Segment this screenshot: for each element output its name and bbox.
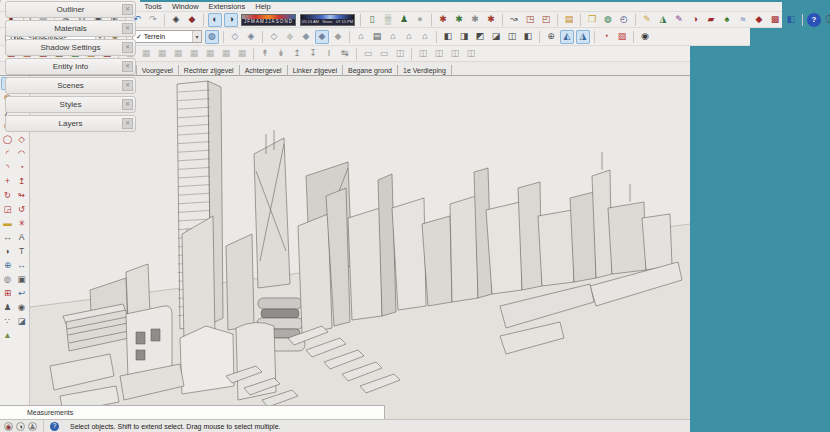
menu-help[interactable]: Help <box>250 2 275 11</box>
brush-icon[interactable]: ✎ <box>672 13 686 27</box>
zoom-extents-tool[interactable]: ⊞ <box>1 287 14 300</box>
menu-window[interactable]: Window <box>167 2 204 11</box>
align-tool-icon-6[interactable]: ↹ <box>338 47 352 61</box>
component-tool-icon-2[interactable]: ◨ <box>457 30 471 44</box>
sandbox-from-contours-tool[interactable]: ▲ <box>1 329 14 342</box>
folder-icon[interactable]: ❒ <box>585 13 599 27</box>
warehouse-icon-1[interactable]: ◫ <box>416 47 430 61</box>
panel-scenes[interactable]: Scenes✕ <box>5 77 136 94</box>
pie-tool[interactable]: ◔ <box>15 161 28 174</box>
zoom-tool[interactable]: ◎ <box>1 273 14 286</box>
solid-tool-icon-1[interactable]: ▭ <box>361 47 375 61</box>
component-tool-icon-5[interactable]: ◫ <box>505 30 519 44</box>
grid-tool-icon-3[interactable]: ▦ <box>155 47 169 61</box>
axes-tool[interactable]: ✳ <box>15 217 28 230</box>
align-tool-icon-4[interactable]: ↧ <box>306 47 320 61</box>
offset-tool[interactable]: ↺ <box>15 203 28 216</box>
hidden-line-style-icon[interactable]: ◆ <box>283 30 297 44</box>
scale-tool[interactable]: ◲ <box>1 203 14 216</box>
component-tool-icon-1[interactable]: ◧ <box>441 30 455 44</box>
wall-icon[interactable]: ▯ <box>365 13 379 27</box>
previous-view-tool[interactable]: ↩ <box>15 287 28 300</box>
dropdown-arrow-icon[interactable]: ▾ <box>192 31 201 42</box>
shadow-dialog-icon[interactable]: ◐ <box>208 13 222 27</box>
shapes-icon[interactable]: ◮ <box>656 13 670 27</box>
scene-tab-achtergevel[interactable]: Achtergevel <box>240 65 288 75</box>
follow-me-tool[interactable]: ↬ <box>15 189 28 202</box>
section-plane-tool[interactable]: ◪ <box>15 315 28 328</box>
grid-tool-icon-4[interactable]: ▦ <box>171 47 185 61</box>
credit-status-icon[interactable]: ◑ <box>16 422 25 431</box>
info-icon[interactable]: ⓘ <box>823 13 830 27</box>
photo-match-icon[interactable]: ◧ <box>784 13 798 27</box>
align-tool-icon-3[interactable]: ↥ <box>290 47 304 61</box>
protractor-tool[interactable]: ◗ <box>1 245 14 258</box>
circle-tool[interactable]: ◯ <box>1 133 14 146</box>
component-tool-icon-3[interactable]: ◩ <box>473 30 487 44</box>
back-view-icon[interactable]: ⌂ <box>418 30 432 44</box>
grid-tool-icon-8[interactable]: ▦ <box>235 47 249 61</box>
3d-text-tool[interactable]: T <box>15 245 28 258</box>
align-tool-icon-5[interactable]: I <box>322 47 336 61</box>
align-tool-icon-2[interactable]: ↡ <box>274 47 288 61</box>
fog-icon[interactable]: ▒ <box>381 13 395 27</box>
solid-tool-icon-2[interactable]: ▭ <box>377 47 391 61</box>
panel-styles[interactable]: Styles✕ <box>5 96 136 113</box>
component-tool-icon-4[interactable]: ◪ <box>489 30 503 44</box>
push-pull-tool[interactable]: ↥ <box>15 175 28 188</box>
panel-materials[interactable]: Materials✕ <box>5 20 136 37</box>
scene-tab-begane-grond[interactable]: Begane grond <box>343 65 398 75</box>
scene-tab-voorgevel[interactable]: Voorgevel <box>137 65 179 75</box>
grid-tool-icon-6[interactable]: ▦ <box>203 47 217 61</box>
close-icon[interactable]: ✕ <box>122 23 133 34</box>
contrast-icon[interactable]: ◑ <box>688 13 702 27</box>
close-icon[interactable]: ✕ <box>122 99 133 110</box>
arc-tool[interactable]: ◜ <box>1 147 14 160</box>
top-view-icon[interactable]: ▤ <box>370 30 384 44</box>
look-around-tool[interactable]: ◉ <box>15 301 28 314</box>
scene-tab-1e-verdieping[interactable]: 1e Verdieping <box>398 65 452 75</box>
scene-tab-rechter-zijgevel[interactable]: Rechter zijgevel <box>179 65 240 75</box>
panel-outliner[interactable]: Outliner✕ <box>5 1 136 18</box>
warehouse-icon-3[interactable]: ◫ <box>448 47 462 61</box>
right-view-icon[interactable]: ⌂ <box>402 30 416 44</box>
zoom-window-tool[interactable]: ▣ <box>15 273 28 286</box>
grid-tool-icon-7[interactable]: ▦ <box>219 47 233 61</box>
shield-icon[interactable]: ◆ <box>752 13 766 27</box>
help-status-icon[interactable]: ? <box>50 422 59 431</box>
pan-tool[interactable]: ↔ <box>15 259 28 272</box>
panel-shadow-settings[interactable]: Shadow Settings✕ <box>5 39 136 56</box>
align-tool-icon-1[interactable]: ↟ <box>258 47 272 61</box>
grid-tool-icon-2[interactable]: ▦ <box>139 47 153 61</box>
xray-style-icon[interactable]: ◇ <box>228 30 242 44</box>
tree-icon[interactable]: ♠ <box>720 13 734 27</box>
panel-layers[interactable]: Layers✕ <box>5 115 136 132</box>
add-location-icon[interactable]: ✱ <box>436 13 450 27</box>
solid-tool-icon-3[interactable]: ◫ <box>393 47 407 61</box>
rotate-view-left-icon[interactable]: ◭ <box>560 30 574 44</box>
photo-texture-icon[interactable]: ✱ <box>468 13 482 27</box>
help-icon[interactable]: ? <box>807 13 821 27</box>
shaded-style-icon[interactable]: ◆ <box>299 30 313 44</box>
panel-entity-info[interactable]: Entity Info✕ <box>5 58 136 75</box>
paint-bucket-icon[interactable]: ◆ <box>185 13 199 27</box>
close-icon[interactable]: ✕ <box>122 80 133 91</box>
back-edges-style-icon[interactable]: ◈ <box>244 30 258 44</box>
person-status-icon[interactable]: ♟ <box>28 422 37 431</box>
layer-combo[interactable]: ✓ Terrein▾ <box>132 30 202 43</box>
polygon-tool[interactable]: ◇ <box>15 133 28 146</box>
walk-tool[interactable]: ∵ <box>1 315 14 328</box>
close-icon[interactable]: ✕ <box>122 61 133 72</box>
hatch-pattern-icon[interactable]: ▨ <box>615 30 629 44</box>
person-icon[interactable]: ♟ <box>397 13 411 27</box>
globe-terrain-icon[interactable]: ◍ <box>205 30 219 44</box>
sandbox-icon[interactable]: ▤ <box>562 13 576 27</box>
pencil-icon[interactable]: ✎ <box>640 13 654 27</box>
sphere-icon[interactable]: ● <box>413 13 427 27</box>
model-preview-icon[interactable]: ✱ <box>484 13 498 27</box>
scene-tab-linker-zijgevel[interactable]: Linker zijgevel <box>288 65 343 75</box>
red-box-icon[interactable]: ▩ <box>768 13 782 27</box>
stamp-icon[interactable]: ◳ <box>523 13 537 27</box>
component-tool-icon-6[interactable]: ◧ <box>521 30 535 44</box>
close-icon[interactable]: ✕ <box>122 118 133 129</box>
